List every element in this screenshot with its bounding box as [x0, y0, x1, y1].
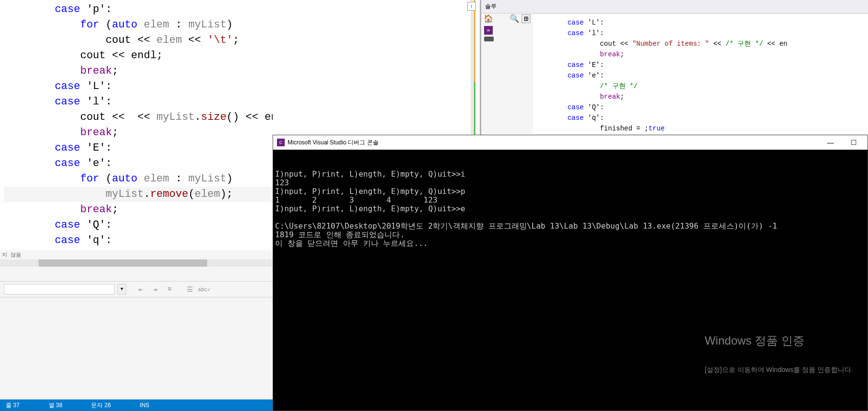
- code-line[interactable]: finished = ;true: [535, 123, 868, 134]
- secondary-code-editor[interactable]: case 'L': case 'l': cout << "Number of i…: [533, 14, 868, 134]
- search-icon[interactable]: 🔍: [510, 14, 519, 23]
- code-line[interactable]: myList.remove(elem);: [4, 187, 273, 202]
- home-icon[interactable]: 🏠: [484, 14, 493, 23]
- watermark-title: Windows 정품 인증: [705, 336, 853, 345]
- code-line[interactable]: for (auto elem : myList): [4, 171, 273, 187]
- console-line: 1 2 3 4 123: [275, 196, 866, 205]
- console-title: Microsoft Visual Studio 디버그 콘솔: [288, 139, 379, 147]
- console-line: I)nput, P)rint, L)ength, E)mpty, Q)uit>>…: [275, 205, 866, 213]
- scrollbar-thumb[interactable]: [39, 259, 207, 267]
- console-line: [275, 213, 866, 222]
- console-titlebar[interactable]: C Microsoft Visual Studio 디버그 콘솔 — ☐: [273, 135, 868, 150]
- code-line[interactable]: for (auto elem : myList): [4, 17, 273, 33]
- code-line[interactable]: case 'l':: [4, 94, 273, 110]
- code-line[interactable]: cout << endl;: [4, 48, 273, 64]
- code-line[interactable]: cout << "Number of items: " << /* 구현 */ …: [535, 39, 868, 49]
- solution-explorer-label: 솔루: [485, 2, 497, 11]
- search-input[interactable]: [4, 284, 115, 295]
- main-code-editor[interactable]: case 'p': for (auto elem : myList) cout …: [0, 0, 273, 250]
- code-line[interactable]: case 'q':: [535, 113, 868, 123]
- indent-icon[interactable]: ≡: [164, 284, 175, 295]
- console-line: I)nput, P)rint, L)ength, E)mpty, Q)uit>>…: [275, 170, 866, 179]
- code-line[interactable]: break;: [535, 49, 868, 60]
- code-line[interactable]: case 'Q':: [4, 218, 273, 233]
- code-line[interactable]: case 'p':: [4, 2, 273, 17]
- split-handle-icon[interactable]: ↕: [467, 2, 476, 11]
- change-indicator-yellow: [474, 0, 475, 82]
- code-line[interactable]: case 'L':: [4, 79, 273, 94]
- vs-logo-icon[interactable]: ∞: [484, 26, 493, 35]
- code-line[interactable]: cout << elem << '\t';: [4, 33, 273, 48]
- indent-decrease-icon[interactable]: ⇤: [135, 284, 146, 295]
- code-line[interactable]: case 'L':: [535, 17, 868, 28]
- abc-spellcheck-icon[interactable]: abc✓: [198, 284, 210, 295]
- console-line: 123: [275, 179, 866, 187]
- code-line[interactable]: break;: [535, 91, 868, 102]
- code-line[interactable]: case 'e':: [4, 156, 273, 171]
- list-task-icon[interactable]: ☰: [184, 284, 196, 295]
- console-line: 이 창을 닫으려면 아무 키나 누르세요...: [275, 239, 866, 248]
- status-line: 줄 37: [6, 401, 20, 410]
- console-line: C:\Users\82107\Desktop\2019학년도 2학기\객체지향 …: [275, 222, 866, 231]
- minimize-icon[interactable]: —: [823, 139, 838, 146]
- console-line: I)nput, P)rint, L)ength, E)mpty, Q)uit>>…: [275, 187, 866, 196]
- code-line[interactable]: cout << << myList.size() << endl;: [4, 110, 273, 125]
- console-line: 1819 코드로 인해 종료되었습니다.: [275, 231, 866, 239]
- indent-increase-icon[interactable]: ⇥: [149, 284, 161, 295]
- code-line[interactable]: break;: [4, 202, 273, 218]
- code-line[interactable]: break;: [4, 64, 273, 79]
- watermark-subtitle: [설정]으로 이동하여 Windows를 정품 인증합니다.: [705, 365, 853, 374]
- search-dropdown-icon[interactable]: ▼: [118, 284, 126, 295]
- console-app-icon: C: [277, 139, 285, 146]
- code-line[interactable]: case 'q':: [4, 233, 273, 248]
- code-line[interactable]: case 'E':: [4, 141, 273, 156]
- maximize-icon[interactable]: ☐: [846, 139, 861, 146]
- solution-explorer-header: 솔루: [481, 0, 868, 13]
- status-col: 열 38: [49, 401, 63, 410]
- code-line[interactable]: case 'E':: [535, 60, 868, 70]
- debug-console-window: C Microsoft Visual Studio 디버그 콘솔 — ☐ I)n…: [273, 135, 868, 411]
- code-line[interactable]: /* 구현 */: [535, 81, 868, 91]
- status-char: 문자 26: [91, 401, 111, 410]
- code-line[interactable]: break;: [4, 125, 273, 141]
- properties-icon[interactable]: ⊞: [522, 14, 530, 23]
- code-line[interactable]: case 'e':: [535, 70, 868, 81]
- status-ins: INS: [140, 402, 149, 409]
- code-line[interactable]: case 'Q':: [535, 102, 868, 113]
- toolbar-item-icon[interactable]: [484, 37, 494, 41]
- code-line[interactable]: case 'l':: [535, 28, 868, 39]
- console-output[interactable]: I)nput, P)rint, L)ength, E)mpty, Q)uit>>…: [273, 150, 868, 411]
- windows-activation-watermark: Windows 정품 인증 [설정]으로 이동하여 Windows를 정품 인증…: [705, 319, 853, 391]
